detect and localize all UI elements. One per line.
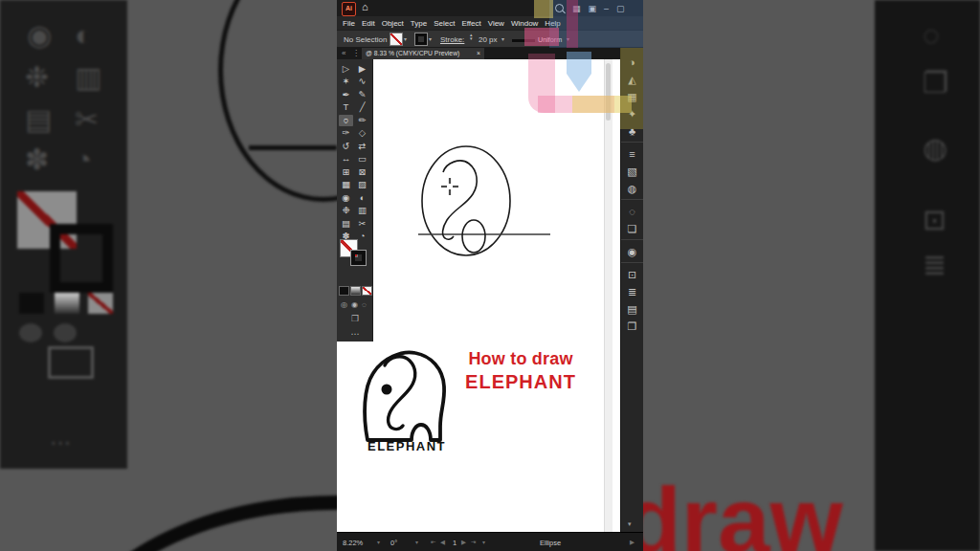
panel-icon-swatches[interactable]: ▦ [621, 88, 643, 105]
menu-item-file[interactable]: File [343, 19, 355, 28]
tool-scale[interactable]: ⇄ [355, 141, 369, 153]
panel-icon-smooth-color[interactable]: ◉ [621, 243, 643, 263]
stroke-weight-value[interactable]: 20 px [479, 35, 498, 44]
tool-column-graph[interactable]: ▥ [355, 205, 369, 217]
home-icon[interactable]: ⌂ [362, 1, 368, 12]
panel-icon-stroke[interactable]: ≡ [621, 145, 643, 163]
stepper-down-icon[interactable]: ▾ [470, 35, 473, 41]
stroke-color-indicator[interactable] [351, 251, 366, 265]
menu-item-view[interactable]: View [488, 19, 504, 28]
menu-item-object[interactable]: Object [382, 19, 404, 28]
background-spill-text: draw [624, 467, 843, 551]
next-artboard-icon[interactable]: ▶ [461, 539, 466, 546]
tool-magic-wand[interactable]: ✶ [339, 76, 353, 88]
menu-item-effect[interactable]: Effect [461, 19, 480, 28]
tool-type[interactable]: T [339, 101, 353, 114]
panel-icon-transparency[interactable]: ◍ [621, 180, 643, 200]
titlebar-arrange-documents-icon[interactable]: ▣ [589, 4, 597, 13]
status-play-icon[interactable]: ▶ [630, 539, 635, 546]
stroke-weight-stepper[interactable]: ▴ ▾ [470, 33, 473, 40]
menu-item-select[interactable]: Select [434, 19, 455, 28]
panel-icon-asset-export[interactable]: ❐ [621, 318, 643, 335]
panel-icon-brushes[interactable]: ✦ [621, 105, 643, 122]
width-profile-dropdown-icon[interactable]: ▾ [567, 35, 569, 42]
tool-mesh[interactable]: ▦ [339, 179, 353, 191]
first-artboard-icon[interactable]: ⇤ [431, 539, 435, 546]
draw-behind-icon[interactable]: ◉ [351, 300, 358, 309]
artboard-nav-dropdown-icon[interactable]: ▾ [482, 539, 485, 545]
tool-blend[interactable]: ◐ [355, 192, 369, 205]
tool-curvature[interactable]: ✎ [355, 89, 369, 101]
panel-icon-symbols[interactable]: ♣ [621, 122, 643, 143]
background-ellipsis-icon: ⋯ [50, 432, 71, 453]
color-button[interactable] [340, 287, 348, 295]
tool-lasso[interactable]: ∿ [355, 76, 369, 88]
stroke-weight-dropdown-icon[interactable]: ▾ [501, 35, 504, 42]
toolbar-ellipsis-icon[interactable]: ⋯ [337, 329, 373, 339]
titlebar-maximize-icon[interactable]: ▢ [616, 4, 625, 13]
tab-overflow-icon[interactable]: ⋮ [352, 49, 360, 57]
tool-pencil[interactable]: ✑ [339, 127, 353, 140]
stroke-swatch[interactable] [415, 33, 427, 45]
background-hand-icon: ✽ [25, 145, 49, 174]
menu-item-edit[interactable]: Edit [362, 19, 375, 28]
zoom-level[interactable]: 8.22% [343, 539, 363, 547]
draw-inside-icon[interactable]: ◌ [362, 300, 367, 309]
scrollbar-thumb[interactable] [606, 63, 611, 121]
menu-item-window[interactable]: Window [511, 19, 538, 28]
tool-ellipse[interactable]: ○ [339, 115, 353, 127]
width-profile-value[interactable]: Uniform [538, 35, 562, 44]
panel-icon-free-transform-panel[interactable]: ⊡ [621, 266, 643, 283]
gradient-button[interactable] [351, 287, 360, 295]
fill-dropdown-icon[interactable]: ▾ [404, 35, 407, 42]
menu-item-type[interactable]: Type [411, 19, 427, 28]
rotation-dropdown-icon[interactable]: ▾ [415, 539, 418, 545]
titlebar-minimize-icon[interactable]: – [604, 4, 609, 13]
tool-artboard[interactable]: ▤ [339, 218, 353, 231]
artboard-canvas[interactable] [337, 59, 620, 532]
tool-selection[interactable]: ▶ [355, 63, 369, 76]
tool-width[interactable]: ↔ [339, 153, 353, 165]
tool-zoom[interactable]: ◔ [355, 231, 369, 243]
tool-pen[interactable]: ✒ [339, 89, 353, 101]
tool-direct-selection[interactable]: ▷ [339, 63, 353, 76]
tool-shaper[interactable]: ◇ [355, 127, 369, 140]
tool-eyedropper[interactable]: ◉ [339, 192, 353, 205]
panel-icon-gradient[interactable]: ▧ [621, 163, 643, 180]
tool-rotate[interactable]: ↺ [339, 141, 353, 153]
tool-perspective-grid[interactable]: ⊠ [355, 166, 369, 179]
document-tab[interactable]: @ 8.33 % (CMYK/CPU Preview) × [362, 48, 484, 59]
previous-artboard-icon[interactable]: ◀ [440, 539, 445, 546]
stroke-dropdown-icon[interactable]: ▾ [429, 35, 432, 42]
panel-icon-align[interactable]: ≣ [621, 283, 643, 300]
none-button[interactable] [363, 287, 371, 295]
panel-icon-graphic-styles[interactable]: ❏ [621, 220, 643, 240]
fill-swatch[interactable] [390, 33, 402, 45]
tool-symbol-sprayer[interactable]: ❉ [339, 205, 353, 217]
screen-mode-icon[interactable]: ❐ [337, 314, 373, 323]
stroke-label[interactable]: Stroke: [440, 35, 464, 44]
artboard-number[interactable]: 1 [453, 539, 457, 547]
selection-status: No Selection [344, 35, 387, 44]
panel-icon-color-guide[interactable]: ◭ [621, 71, 643, 88]
tab-close-icon[interactable]: × [477, 48, 480, 59]
tool-gradient[interactable]: ▨ [355, 179, 369, 191]
search-icon[interactable] [555, 4, 564, 12]
dock-scroll-down-icon[interactable]: ▾ [628, 520, 632, 528]
menu-item-help[interactable]: Help [545, 19, 560, 28]
titlebar-workspace-switcher-icon[interactable]: ▦ [572, 4, 581, 13]
tool-shape-builder[interactable]: ⊞ [339, 166, 353, 179]
last-artboard-icon[interactable]: ⇥ [471, 539, 476, 546]
panel-icon-color[interactable]: ◑ [621, 54, 643, 71]
tab-collapse-icon[interactable]: « [342, 49, 345, 57]
zoom-dropdown-icon[interactable]: ▾ [377, 539, 380, 545]
tool-line-segment[interactable]: ╱ [355, 101, 369, 114]
vertical-scrollbar[interactable] [604, 59, 612, 532]
panel-icon-artboards[interactable]: ▤ [621, 300, 643, 318]
tool-paintbrush[interactable]: ✏ [355, 115, 369, 127]
tool-slice[interactable]: ✂ [355, 218, 369, 231]
rotation-value[interactable]: 0° [390, 539, 397, 547]
panel-icon-appearance[interactable]: ◌ [621, 203, 643, 220]
tool-free-transform[interactable]: ▭ [355, 153, 369, 165]
draw-normal-icon[interactable]: ◎ [341, 300, 347, 309]
